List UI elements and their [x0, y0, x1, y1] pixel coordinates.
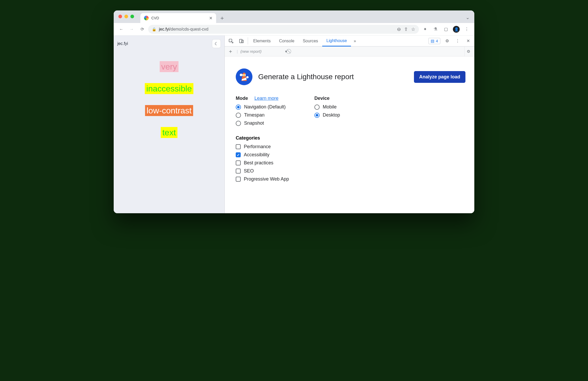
cat-accessibility-option[interactable]: Accessibility	[236, 152, 465, 158]
new-tab-button[interactable]: ＋	[218, 14, 227, 22]
devtools-settings-button[interactable]: ⚙	[442, 38, 452, 43]
mode-timespan-label: Timespan	[244, 112, 264, 118]
rendered-page: jec.fyi ☾ very inaccessible low-contrast…	[114, 36, 225, 213]
new-report-button[interactable]: ＋	[227, 48, 234, 55]
cat-seo-option[interactable]: SEO	[236, 168, 465, 174]
mode-heading: Mode	[236, 96, 248, 101]
device-desktop-option[interactable]: Desktop	[314, 112, 340, 118]
cat-best-practices-label: Best practices	[244, 160, 273, 166]
cat-performance-label: Performance	[244, 144, 271, 149]
cat-pwa-label: Progressive Web App	[244, 176, 289, 182]
report-dropdown-label: (new report)	[240, 49, 262, 54]
minimize-window-button[interactable]	[124, 15, 128, 18]
more-tabs-button[interactable]: »	[351, 36, 359, 46]
checkbox-checked-icon	[236, 152, 241, 157]
radio-icon	[314, 105, 320, 110]
device-mobile-label: Mobile	[323, 104, 337, 110]
mode-timespan-option[interactable]: Timespan	[236, 112, 286, 118]
device-toolbar-button[interactable]	[236, 36, 247, 46]
word-very: very	[160, 61, 178, 72]
lock-icon: 🔒	[152, 27, 156, 31]
demo-words: very inaccessible low-contrast text	[117, 61, 221, 138]
address-bar[interactable]: 🔒 jec.fyi/demo/cds-quest-cvd ⊖ ⇪ ☆	[148, 25, 419, 34]
cat-pwa-option[interactable]: Progressive Web App	[236, 176, 465, 182]
tab-console[interactable]: Console	[275, 36, 299, 46]
mode-options: Navigation (Default) Timespan Snapshot	[236, 104, 286, 126]
svg-point-4	[246, 76, 249, 78]
close-tab-button[interactable]: ✕	[209, 16, 212, 21]
lighthouse-logo-icon	[236, 68, 252, 85]
sidepanel-icon[interactable]: ▢	[441, 25, 450, 34]
radio-checked-icon	[314, 113, 320, 118]
cat-best-practices-option[interactable]: Best practices	[236, 160, 465, 166]
inspect-element-button[interactable]	[226, 36, 236, 46]
svg-rect-7	[243, 74, 245, 76]
device-options: Mobile Desktop	[314, 104, 340, 118]
radio-icon	[236, 121, 241, 126]
analyze-page-load-button[interactable]: Analyze page load	[414, 71, 465, 83]
chat-icon: ▤	[431, 39, 434, 43]
svg-marker-5	[242, 72, 246, 74]
zoom-icon[interactable]: ⊖	[397, 26, 401, 32]
device-column: Device Mobile Desktop	[314, 96, 340, 126]
forward-button: →	[127, 25, 136, 34]
tab-elements[interactable]: Elements	[249, 36, 275, 46]
radio-icon	[236, 113, 241, 118]
lighthouse-options: Mode Learn more Navigation (Default) Tim…	[236, 96, 465, 126]
cat-seo-label: SEO	[244, 168, 254, 174]
issues-button[interactable]: ▤ 4	[428, 38, 440, 44]
lighthouse-settings-button[interactable]: ⚙	[464, 47, 472, 56]
maximize-window-button[interactable]	[130, 15, 134, 18]
svg-point-3	[240, 74, 242, 76]
back-button[interactable]: ←	[117, 25, 126, 34]
checkbox-icon	[236, 177, 241, 182]
divider	[248, 37, 248, 44]
learn-more-link[interactable]: Learn more	[254, 96, 278, 101]
moon-icon: ☾	[215, 41, 218, 46]
radio-checked-icon	[236, 105, 241, 110]
device-desktop-label: Desktop	[323, 112, 340, 118]
window-controls	[118, 15, 134, 18]
favicon-icon	[144, 16, 149, 20]
categories-options: Performance Accessibility Best practices	[236, 144, 465, 182]
browser-window: CVD ✕ ＋ ⌄ ← → ⟳ 🔒 jec.fyi/demo/cds-quest…	[114, 10, 474, 213]
mode-snapshot-option[interactable]: Snapshot	[236, 120, 286, 126]
omnibox-actions: ⊖ ⇪ ☆	[397, 26, 415, 32]
report-dropdown[interactable]: (new report) ▾	[240, 49, 287, 54]
avatar-icon: 👤	[453, 26, 460, 33]
tab-sources[interactable]: Sources	[298, 36, 322, 46]
content-area: jec.fyi ☾ very inaccessible low-contrast…	[114, 36, 474, 213]
mode-column: Mode Learn more Navigation (Default) Tim…	[236, 96, 286, 126]
labs-icon[interactable]: ⚗	[431, 25, 440, 34]
browser-tab[interactable]: CVD ✕	[140, 13, 216, 23]
tab-strip: CVD ✕ ＋ ⌄	[114, 10, 474, 23]
mode-navigation-option[interactable]: Navigation (Default)	[236, 104, 286, 110]
browser-toolbar: ← → ⟳ 🔒 jec.fyi/demo/cds-quest-cvd ⊖ ⇪ ☆…	[114, 23, 474, 36]
bookmark-icon[interactable]: ☆	[411, 26, 415, 32]
lighthouse-title: Generate a Lighthouse report	[258, 73, 354, 81]
reload-button[interactable]: ⟳	[138, 25, 147, 34]
devtools-panel: Elements Console Sources Lighthouse » ▤ …	[225, 36, 474, 213]
categories-heading: Categories	[236, 135, 465, 141]
profile-button[interactable]: 👤	[452, 25, 461, 34]
devtools-menu-button[interactable]: ⋮	[452, 38, 463, 43]
share-icon[interactable]: ⇪	[404, 26, 408, 32]
categories-section: Categories Performance Accessibility	[236, 135, 465, 182]
tab-lighthouse[interactable]: Lighthouse	[322, 36, 351, 47]
cat-accessibility-label: Accessibility	[244, 152, 269, 158]
cat-performance-option[interactable]: Performance	[236, 144, 465, 149]
dark-mode-toggle[interactable]: ☾	[212, 39, 221, 48]
tab-title: CVD	[151, 16, 159, 20]
page-header: jec.fyi ☾	[117, 39, 221, 48]
extensions-icon[interactable]: ✦	[420, 25, 429, 34]
word-inaccessible: inaccessible	[145, 83, 193, 94]
device-heading: Device	[314, 96, 330, 101]
tabs-dropdown-button[interactable]: ⌄	[466, 15, 470, 20]
close-window-button[interactable]	[118, 15, 122, 18]
devtools-close-button[interactable]: ✕	[463, 38, 473, 43]
device-mobile-option[interactable]: Mobile	[314, 104, 340, 110]
browser-menu-button[interactable]: ⋮	[462, 25, 471, 34]
checkbox-icon	[236, 144, 241, 149]
lighthouse-hero: Generate a Lighthouse report Analyze pag…	[236, 68, 465, 85]
lighthouse-toolbar: ＋ | (new report) ▾ ⃠ ⚙	[225, 47, 474, 56]
